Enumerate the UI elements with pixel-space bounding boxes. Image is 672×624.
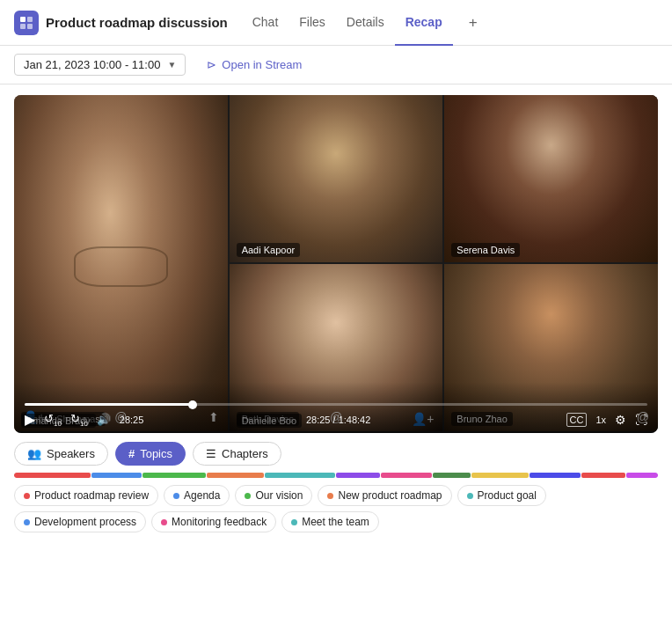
topic-dot (161, 519, 167, 525)
timeline-segment[interactable] (433, 473, 471, 478)
settings-button[interactable]: ⚙ (615, 413, 626, 427)
topic-pill[interactable]: Agenda (164, 485, 230, 506)
timeline-segment[interactable] (626, 473, 658, 478)
video-cell-babak: Babak Shammas 👤+ @ ⬆ (14, 95, 228, 431)
date-range-text: Jan 21, 2023 10:00 - 11:00 (24, 58, 160, 71)
stream-label: Open in Stream (222, 58, 302, 71)
topic-dot (245, 493, 251, 499)
topics-row-2: Development processMonitoring feedbackMe… (14, 511, 658, 532)
tab-chat[interactable]: Chat (242, 0, 289, 46)
add-tab-button[interactable]: + (462, 11, 485, 34)
svg-rect-0 (20, 17, 26, 22)
timeline-bar[interactable] (14, 473, 658, 478)
timeline-segment[interactable] (265, 473, 334, 478)
bottom-section: 👥 Speakers # Topics ☰ Chapters Product r… (0, 433, 672, 532)
topics-hash-icon: # (128, 447, 135, 460)
chapters-label: Chapters (222, 447, 268, 460)
topics-label: Topics (140, 447, 172, 460)
stream-icon: ⊳ (207, 58, 216, 71)
svg-rect-2 (20, 24, 26, 29)
svg-rect-3 (27, 24, 33, 29)
skip-forward-button[interactable]: ↻10 (70, 412, 88, 428)
nav-tabs: Chat Files Details Recap (242, 0, 453, 46)
topic-pill[interactable]: Product goal (457, 485, 546, 506)
topic-pill[interactable]: Meet the team (281, 511, 379, 532)
skip-back-button[interactable]: ↺10 (44, 412, 62, 428)
participant-label-aadi: Aadi Kapoor (237, 243, 301, 257)
topic-pill[interactable]: Monitoring feedback (151, 511, 276, 532)
progress-bar[interactable] (25, 403, 647, 406)
topic-label: Monitoring feedback (172, 516, 267, 528)
app-title: Product roadmap discussion (46, 15, 228, 30)
topic-dot (24, 493, 30, 499)
participant-label-serena: Serena Davis (451, 243, 520, 257)
timeline-segment[interactable] (381, 473, 432, 478)
topic-dot (291, 519, 297, 525)
topic-pill[interactable]: Our vision (235, 485, 312, 506)
video-controls: ▶ ↺10 ↻10 🔊 28:25 28:25 / 1:48:42 CC 1x … (14, 382, 658, 433)
topic-pill[interactable]: New product roadmap (318, 485, 451, 506)
speakers-icon: 👥 (27, 447, 41, 460)
app-icon (14, 11, 39, 35)
topic-label: Meet the team (302, 516, 369, 528)
timeline-segment[interactable] (91, 473, 142, 478)
topic-dot (173, 493, 179, 499)
topic-pill[interactable]: Development process (14, 511, 146, 532)
tab-files[interactable]: Files (289, 0, 336, 46)
topics-row-1: Product roadmap reviewAgendaOur visionNe… (14, 485, 658, 506)
topic-label: New product roadmap (338, 489, 442, 502)
volume-button[interactable]: 🔊 (97, 413, 111, 426)
filter-tab-topics[interactable]: # Topics (115, 442, 186, 466)
date-selector[interactable]: Jan 21, 2023 10:00 - 11:00 ▼ (14, 54, 186, 76)
timeline-segment[interactable] (336, 473, 380, 478)
video-cell-aadi: Aadi Kapoor (230, 95, 443, 262)
controls-row: ▶ ↺10 ↻10 🔊 28:25 28:25 / 1:48:42 CC 1x … (25, 411, 647, 428)
topic-label: Our vision (255, 489, 303, 502)
chapters-icon: ☰ (206, 447, 216, 460)
timeline-segment[interactable] (530, 473, 581, 478)
timeline-segment[interactable] (207, 473, 264, 478)
speakers-label: Speakers (47, 447, 95, 460)
topic-dot (327, 493, 333, 499)
header: Product roadmap discussion Chat Files De… (0, 0, 672, 46)
topic-dot (24, 519, 30, 525)
timeline-segment[interactable] (471, 473, 529, 478)
topic-label: Development process (34, 516, 136, 528)
tab-details[interactable]: Details (336, 0, 395, 46)
svg-rect-1 (27, 17, 33, 22)
open-in-stream-button[interactable]: ⊳ Open in Stream (200, 55, 309, 75)
topic-label: Agenda (184, 489, 220, 502)
timeline-segment[interactable] (581, 473, 625, 478)
chevron-down-icon: ▼ (167, 60, 176, 70)
filter-tabs: 👥 Speakers # Topics ☰ Chapters (14, 442, 658, 466)
speed-button[interactable]: 1x (595, 415, 606, 425)
time-text: 28:25 / 1:48:42 (306, 415, 370, 425)
time-display: 28:25 (120, 415, 297, 425)
progress-fill (25, 403, 193, 406)
timeline-segment[interactable] (142, 473, 206, 478)
play-button[interactable]: ▶ (25, 411, 35, 428)
filter-tab-chapters[interactable]: ☰ Chapters (193, 442, 281, 466)
video-grid-container: Babak Shammas 👤+ @ ⬆ Aadi Kapoor Serena … (14, 95, 658, 433)
topic-dot (467, 493, 473, 499)
timeline-segment[interactable] (14, 473, 91, 478)
tab-recap[interactable]: Recap (395, 0, 453, 46)
filter-tab-speakers[interactable]: 👥 Speakers (14, 442, 108, 466)
topic-label: Product goal (478, 489, 537, 502)
toolbar: Jan 21, 2023 10:00 - 11:00 ▼ ⊳ Open in S… (0, 46, 672, 84)
progress-dot (188, 400, 197, 409)
topic-pill[interactable]: Product roadmap review (14, 485, 158, 506)
cc-button[interactable]: CC (566, 413, 588, 427)
video-cell-serena: Serena Davis (444, 95, 658, 262)
fullscreen-button[interactable]: ⛶ (635, 413, 647, 427)
topic-label: Product roadmap review (34, 489, 149, 502)
